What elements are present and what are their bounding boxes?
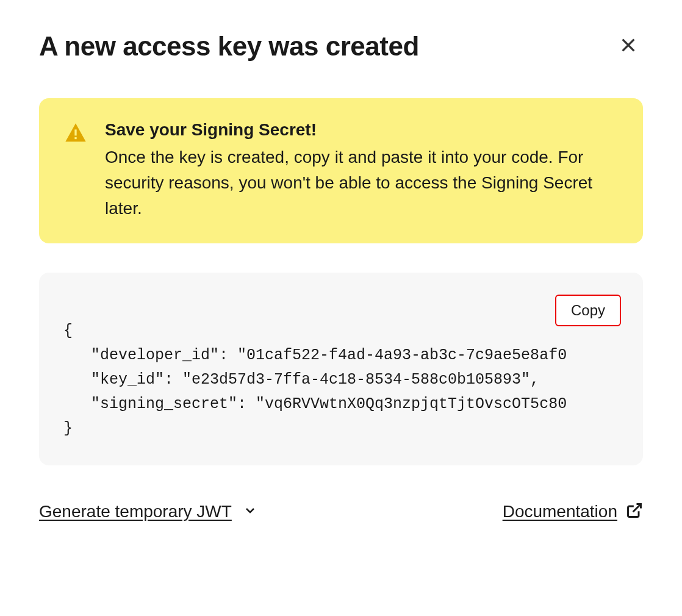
close-button[interactable] xyxy=(614,30,643,62)
generate-jwt-link[interactable]: Generate temporary JWT xyxy=(39,502,257,521)
warning-alert: Save your Signing Secret! Once the key i… xyxy=(39,98,643,243)
modal-header: A new access key was created xyxy=(39,30,643,62)
svg-rect-3 xyxy=(74,137,76,139)
doc-link-label: Documentation xyxy=(503,502,617,521)
external-link-icon xyxy=(626,502,643,521)
alert-text: Once the key is created, copy it and pas… xyxy=(105,145,619,221)
footer-links: Generate temporary JWT Documentation xyxy=(39,502,643,521)
code-block: Copy { "developer_id": "01caf522-f4ad-4a… xyxy=(39,273,643,465)
access-key-modal: A new access key was created Save your S… xyxy=(0,0,682,552)
alert-content: Save your Signing Secret! Once the key i… xyxy=(105,120,619,221)
close-icon xyxy=(619,35,638,57)
svg-rect-2 xyxy=(74,129,76,135)
alert-title: Save your Signing Secret! xyxy=(105,120,619,140)
svg-line-4 xyxy=(633,504,641,512)
jwt-link-label: Generate temporary JWT xyxy=(39,502,232,521)
warning-icon xyxy=(63,121,88,221)
chevron-down-icon xyxy=(243,503,257,520)
documentation-link[interactable]: Documentation xyxy=(503,502,643,521)
copy-button[interactable]: Copy xyxy=(555,295,621,326)
modal-title: A new access key was created xyxy=(39,31,419,62)
code-content[interactable]: { "developer_id": "01caf522-f4ad-4a93-ab… xyxy=(63,319,619,441)
